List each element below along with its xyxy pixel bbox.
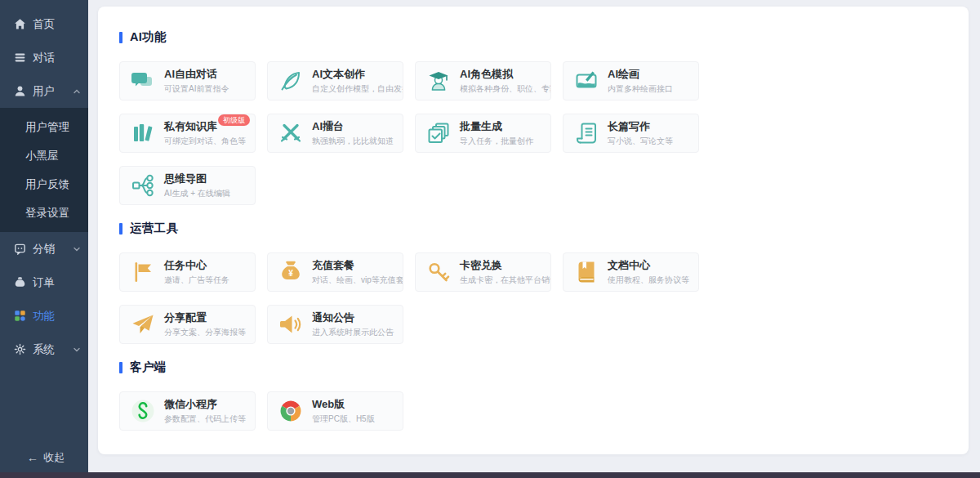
arrow-left-icon: ← (27, 451, 38, 464)
paper-plane-icon (130, 311, 156, 337)
sidebar-item-label: 功能 (33, 309, 55, 324)
card-subtitle: 自定义创作模型，自由发挥 (312, 83, 403, 94)
card-title: 分享配置 (164, 311, 246, 324)
sidebar-item-label: 首页 (33, 17, 55, 32)
section-title-bar (119, 32, 122, 43)
feature-card-wechat[interactable]: 微信小程序参数配置、代码上传等 (119, 391, 256, 431)
feature-card-horn[interactable]: 通知公告进入系统时展示此公告 (267, 305, 403, 344)
books-icon (130, 120, 156, 146)
feature-card-paper-plane[interactable]: 分享配置分享文案、分享海报等 (119, 305, 256, 344)
horn-icon (278, 311, 304, 337)
section-title-bar (119, 223, 122, 235)
card-subtitle: 进入系统时展示此公告 (312, 327, 394, 337)
chevron-up-icon (73, 87, 81, 96)
feature-card-flag[interactable]: 任务中心邀请、广告等任务 (119, 252, 256, 292)
card-subtitle: 参数配置、代码上传等 (164, 413, 246, 424)
section: 运营工具任务中心邀请、广告等任务¥充值套餐对话、绘画、vip等充值套餐卡密兑换生… (119, 221, 969, 344)
feature-card-swords[interactable]: AI擂台孰强孰弱，比比就知道 (267, 114, 403, 153)
card-title: 长篇写作 (608, 120, 673, 133)
section-title: AI功能 (119, 29, 969, 45)
sidebar-item-system[interactable]: 系统 (0, 333, 88, 366)
section-title-text: AI功能 (130, 29, 167, 45)
sidebar-nav: 首页对话用户用户管理小黑屋用户反馈登录设置分销订单功能系统 (0, 0, 88, 366)
sidebar-item-users[interactable]: 用户 (0, 74, 88, 108)
batch-icon (425, 120, 452, 146)
section-title-text: 运营工具 (130, 221, 178, 236)
feather-icon (278, 68, 304, 94)
card-title: AI文本创作 (312, 68, 403, 81)
card-subtitle: 邀请、广告等任务 (164, 275, 229, 285)
section: 客户端微信小程序参数配置、代码上传等Web版管理PC版、H5版 (119, 360, 969, 431)
key-icon (425, 259, 452, 285)
features-grid-icon (14, 310, 26, 322)
sidebar-item-orders[interactable]: 订单 (0, 266, 88, 299)
sidebar-item-distribution[interactable]: 分销 (0, 232, 88, 266)
home-icon (14, 18, 26, 30)
sidebar-submenu-users: 用户管理小黑屋用户反馈登录设置 (0, 108, 88, 232)
chevron-down-icon (73, 346, 81, 354)
sidebar-subitem[interactable]: 用户反馈 (0, 170, 88, 199)
feature-card-moneybag[interactable]: ¥充值套餐对话、绘画、vip等充值套餐 (267, 252, 403, 292)
sidebar-item-features[interactable]: 功能 (0, 299, 88, 333)
card-subtitle: 对话、绘画、vip等充值套餐 (312, 275, 403, 285)
card-title: AI擂台 (312, 120, 394, 133)
card-grid: 微信小程序参数配置、代码上传等Web版管理PC版、H5版 (119, 391, 711, 431)
feature-card-key[interactable]: 卡密兑换生成卡密，在其他平台销售 (415, 252, 551, 292)
gear-icon (14, 343, 26, 355)
card-title: 微信小程序 (164, 398, 246, 411)
swords-icon (278, 120, 304, 146)
user-icon (14, 85, 26, 97)
feature-card-paint[interactable]: AI绘画内置多种绘画接口 (563, 61, 699, 101)
card-subtitle: 分享文案、分享海报等 (164, 327, 246, 337)
sidebar-item-chat[interactable]: 对话 (0, 41, 88, 74)
card-title: 批量生成 (460, 120, 533, 133)
feature-card-scroll[interactable]: 长篇写作写小说、写论文等 (563, 114, 699, 153)
moneybag-icon: ¥ (278, 259, 304, 285)
feature-card-chrome[interactable]: Web版管理PC版、H5版 (267, 391, 403, 431)
sidebar-item-label: 分销 (33, 242, 55, 257)
chrome-icon (278, 398, 304, 424)
sidebar-subitem[interactable]: 小黑屋 (0, 141, 88, 170)
card-subtitle: 内置多种绘画接口 (608, 83, 673, 94)
feature-card-chat-bubbles[interactable]: AI自由对话可设置AI前置指令 (119, 61, 256, 101)
collapse-label: 收起 (43, 450, 65, 465)
card-grid: 任务中心邀请、广告等任务¥充值套餐对话、绘画、vip等充值套餐卡密兑换生成卡密，… (119, 252, 711, 344)
mindmap-icon (130, 172, 156, 199)
card-title: 通知公告 (312, 311, 394, 324)
scroll-icon (573, 120, 599, 146)
feature-card-books[interactable]: 私有知识库初级版可绑定到对话、角色等 (119, 114, 256, 153)
chat-bubbles-icon (130, 68, 156, 94)
feature-card-scholar[interactable]: AI角色模拟模拟各种身份、职位、专家 (415, 61, 551, 101)
main-panel: AI功能AI自由对话可设置AI前置指令AI文本创作自定义创作模型，自由发挥AI角… (98, 7, 969, 454)
card-subtitle: 管理PC版、H5版 (312, 413, 375, 424)
card-subtitle: 使用教程、服务协议等 (608, 275, 689, 285)
card-subtitle: 导入任务，批量创作 (460, 136, 533, 146)
card-title: AI绘画 (608, 68, 673, 81)
section: AI功能AI自由对话可设置AI前置指令AI文本创作自定义创作模型，自由发挥AI角… (119, 29, 969, 205)
card-title: AI自由对话 (164, 68, 229, 81)
sidebar: 首页对话用户用户管理小黑屋用户反馈登录设置分销订单功能系统 ← 收起 (0, 0, 88, 478)
feature-card-book[interactable]: 文档中心使用教程、服务协议等 (563, 252, 699, 292)
scholar-icon (425, 68, 452, 94)
feature-card-mindmap[interactable]: 思维导图AI生成 + 在线编辑 (119, 166, 256, 205)
level-badge: 初级版 (218, 114, 250, 126)
section-title: 客户端 (119, 360, 969, 375)
card-subtitle: AI生成 + 在线编辑 (164, 188, 230, 199)
window-bottom-edge (0, 472, 980, 478)
section-title-text: 客户端 (130, 360, 166, 375)
wechat-icon (130, 398, 156, 424)
sidebar-subitem[interactable]: 用户管理 (0, 113, 88, 141)
book-icon (573, 259, 599, 285)
distribution-icon (14, 243, 26, 255)
chevron-down-icon (73, 245, 81, 253)
card-subtitle: 可绑定到对话、角色等 (164, 136, 250, 146)
feature-card-batch[interactable]: 批量生成导入任务，批量创作 (415, 114, 551, 153)
card-title: AI角色模拟 (460, 68, 550, 81)
card-title: 卡密兑换 (460, 259, 550, 272)
card-subtitle: 写小说、写论文等 (608, 136, 673, 146)
paint-icon (573, 68, 599, 94)
sidebar-item-label: 订单 (33, 275, 55, 290)
feature-card-feather[interactable]: AI文本创作自定义创作模型，自由发挥 (267, 61, 403, 101)
sidebar-subitem[interactable]: 登录设置 (0, 199, 88, 227)
sidebar-item-home[interactable]: 首页 (0, 7, 88, 41)
